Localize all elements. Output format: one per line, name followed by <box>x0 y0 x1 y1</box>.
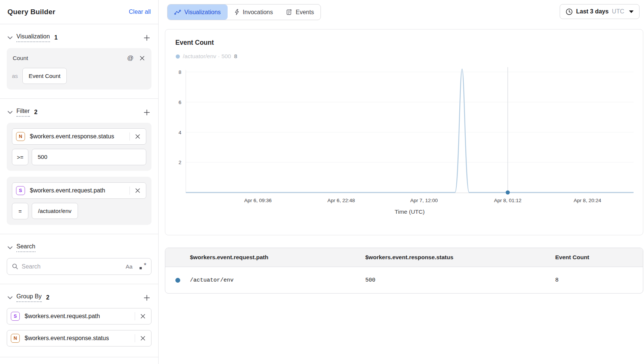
svg-text:Apr 6, 09:36: Apr 6, 09:36 <box>244 198 272 203</box>
at-icon[interactable]: @ <box>127 54 134 62</box>
tab-invocations[interactable]: Invocations <box>228 4 280 20</box>
cell-event-count: 8 <box>555 277 643 283</box>
field-type-badge: S <box>16 186 25 195</box>
chevron-down-icon[interactable] <box>7 111 13 114</box>
results-table: $workers.event.request.path $workers.eve… <box>165 248 643 294</box>
tab-events[interactable]: Events <box>279 4 321 20</box>
svg-text:Apr 8, 01:12: Apr 8, 01:12 <box>494 198 522 203</box>
legend-series-value: 8 <box>234 53 237 60</box>
chevron-down-icon[interactable] <box>7 296 13 299</box>
filter-card: S $workers.event.request.path = /actuato… <box>7 177 151 225</box>
chevron-down-icon[interactable] <box>7 246 13 250</box>
svg-text:Apr 6, 22:48: Apr 6, 22:48 <box>328 198 355 203</box>
time-range-dropdown[interactable]: Last 3 days UTC <box>560 4 640 19</box>
column-header[interactable]: $workers.event.request.path <box>190 254 365 261</box>
filter-section: Filter 2 N $workers.event.response.statu… <box>0 99 158 234</box>
field-type-badge: S <box>11 312 20 321</box>
group-by-field-name: $workers.event.request.path <box>25 313 135 320</box>
chart-legend[interactable]: /actuator/env · 500 8 <box>165 47 643 60</box>
filter-field-name: $workers.event.request.path <box>30 187 129 194</box>
filter-field-selector[interactable]: S $workers.event.request.path <box>12 182 146 199</box>
regex-icon[interactable]: * <box>140 263 146 270</box>
legend-series-label: /actuator/env · 500 <box>183 53 231 60</box>
search-section-label[interactable]: Search <box>16 243 35 252</box>
filter-card: N $workers.event.response.status >= <box>7 123 151 171</box>
visualization-section-label[interactable]: Visualization <box>16 33 50 42</box>
filter-field-selector[interactable]: N $workers.event.response.status <box>12 128 146 145</box>
add-filter-button[interactable] <box>143 109 151 116</box>
caret-down-icon <box>629 10 634 13</box>
svg-text:6: 6 <box>178 100 181 105</box>
tab-visualizations[interactable]: Visualizations <box>168 4 228 20</box>
sidebar-header: Query Builder Clear all <box>0 0 158 24</box>
group-by-field-name: $workers.event.response.status <box>25 335 135 342</box>
filter-operator-select[interactable]: >= <box>12 149 28 165</box>
main-toolbar: Visualizations Invocations Events <box>159 0 644 20</box>
match-case-icon[interactable]: Aa <box>126 263 132 270</box>
clear-all-button[interactable]: Clear all <box>129 9 151 15</box>
legend-dot <box>176 54 180 59</box>
clock-icon <box>566 8 573 15</box>
column-header[interactable]: $workers.event.response.status <box>365 254 555 261</box>
chart-title: Event Count <box>165 29 643 47</box>
event-list-icon <box>286 9 292 15</box>
metric-name[interactable]: Count <box>13 55 122 62</box>
cell-response-status: 500 <box>365 277 555 283</box>
visualization-card: Count @ as Event Count <box>7 48 151 90</box>
tab-label: Invocations <box>243 9 273 16</box>
svg-text:8: 8 <box>178 69 181 75</box>
chart-plot[interactable]: 2468Apr 6, 09:36Apr 6, 22:48Apr 7, 12:00… <box>165 63 643 216</box>
field-type-badge: N <box>16 132 25 141</box>
filter-count: 2 <box>34 109 38 116</box>
cell-request-path: /actuator/env <box>190 277 365 283</box>
remove-filter-button[interactable] <box>129 129 146 144</box>
filter-operator-select[interactable]: = <box>12 203 28 219</box>
view-tab-group: Visualizations Invocations Events <box>167 4 321 20</box>
query-builder-sidebar: Query Builder Clear all Visualization 1 … <box>0 0 159 364</box>
series-color-dot <box>175 278 180 283</box>
group-by-field-selector[interactable]: S $workers.event.request.path <box>7 308 151 324</box>
time-zone-label: UTC <box>612 8 624 15</box>
column-header[interactable]: Event Count <box>555 254 643 261</box>
group-by-section-label[interactable]: Group By <box>16 293 42 302</box>
lightning-bolt-icon <box>234 9 240 15</box>
field-type-badge: N <box>11 334 20 343</box>
remove-group-by-button[interactable] <box>135 330 151 346</box>
group-by-section: Group By 2 S $workers.event.request.path… <box>0 284 158 357</box>
chevron-down-icon[interactable] <box>7 36 13 40</box>
table-header-row: $workers.event.request.path $workers.eve… <box>165 248 643 267</box>
add-group-by-button[interactable] <box>143 294 151 302</box>
as-label: as <box>12 73 18 79</box>
group-by-field-selector[interactable]: N $workers.event.response.status <box>7 330 151 346</box>
search-input[interactable] <box>22 263 122 270</box>
remove-group-by-button[interactable] <box>135 308 151 324</box>
svg-text:4: 4 <box>178 130 181 135</box>
trend-line-icon <box>174 10 181 15</box>
svg-text:Apr 8, 20:24: Apr 8, 20:24 <box>574 198 601 203</box>
filter-section-label[interactable]: Filter <box>16 108 30 117</box>
svg-text:Apr 7, 12:00: Apr 7, 12:00 <box>410 198 438 203</box>
tab-label: Events <box>296 9 314 16</box>
remove-visualization-button[interactable] <box>139 55 146 62</box>
remove-filter-button[interactable] <box>129 183 146 198</box>
add-visualization-button[interactable] <box>143 34 151 42</box>
query-builder-app: Query Builder Clear all Visualization 1 … <box>0 0 644 364</box>
search-section: Search Aa * <box>0 234 158 284</box>
group-by-count: 2 <box>46 294 50 301</box>
filter-field-name: $workers.event.response.status <box>30 133 129 140</box>
visualization-section: Visualization 1 Count @ as Event Count <box>0 24 158 99</box>
page-title: Query Builder <box>7 8 55 16</box>
svg-text:2: 2 <box>178 160 181 165</box>
main-content: Visualizations Invocations Events <box>159 0 644 364</box>
filter-value-field[interactable]: /actuator/env <box>32 203 78 219</box>
search-box: Aa * <box>7 258 151 275</box>
visualization-count: 1 <box>54 34 58 41</box>
time-range-label: Last 3 days <box>576 8 609 15</box>
chart-card: Event Count /actuator/env · 500 8 2468Ap… <box>165 29 643 235</box>
tab-label: Visualizations <box>184 9 221 16</box>
table-row[interactable]: /actuator/env 500 8 <box>165 267 643 293</box>
visualization-alias-field[interactable]: Event Count <box>22 68 67 84</box>
svg-text:Time (UTC): Time (UTC) <box>395 208 425 215</box>
filter-value-input[interactable] <box>32 149 146 165</box>
search-icon <box>12 263 18 270</box>
